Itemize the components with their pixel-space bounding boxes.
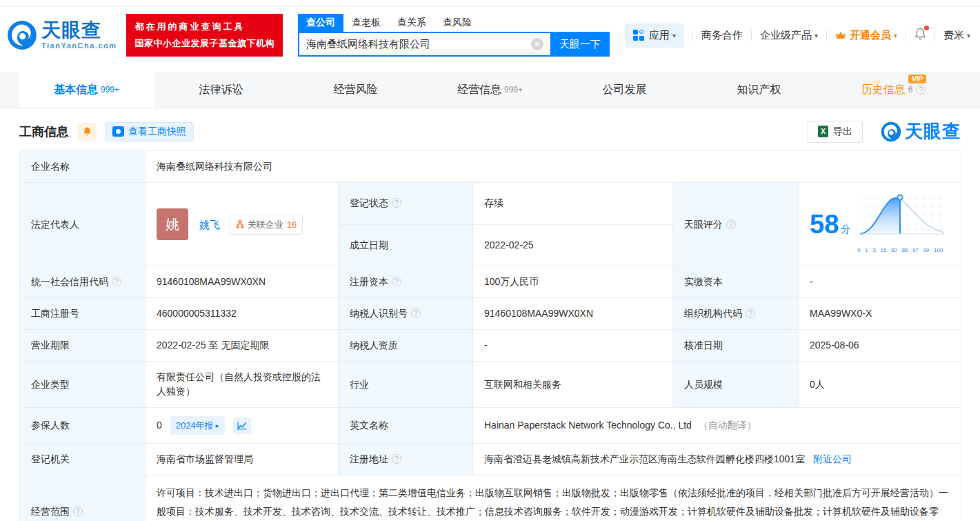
english-name-cell: Hainan Paperstack Network Technology Co.… [473, 408, 961, 444]
tianyancha-logo[interactable]: 天眼查 TianYanCha.com [7, 20, 117, 50]
help-icon[interactable] [916, 85, 926, 95]
help-icon[interactable] [392, 277, 401, 286]
legal-rep-cell: 姚 姚飞 关联企业 16 [146, 183, 339, 266]
business-scope-label: 经营范围 [20, 475, 146, 521]
taxpayer-id-value: 91460108MAA99WX0XN [473, 298, 673, 330]
help-icon[interactable] [392, 198, 401, 208]
reg-address-value: 海南省澄迈县老城镇高新技术产业示范区海南生态软件园孵化楼四楼1001室 [484, 453, 805, 464]
related-label: 关联企业 [248, 217, 283, 232]
business-scope-value: 许可项目：技术进出口；货物进出口；进出口代理；第二类增值电信业务；出版物互联网销… [146, 475, 961, 521]
notification-bell[interactable] [914, 28, 926, 43]
tab-label: 经营风险 [334, 83, 378, 97]
tab-company-development[interactable]: 公司发展 [557, 72, 692, 108]
avatar[interactable]: 姚 [157, 208, 188, 240]
credit-code-value: 91460108MAA99WX0XN [146, 266, 339, 298]
tab-legal-litigation[interactable]: 法律诉讼 [154, 72, 288, 108]
divider [826, 30, 827, 41]
monitor-bell-button[interactable] [77, 123, 97, 141]
search-tab-relation[interactable]: 查关系 [389, 14, 434, 32]
search-tab-risk[interactable]: 查风险 [434, 14, 480, 32]
slogan-line-1: 都在用的商业查询工具 [134, 19, 274, 35]
nav-vip-label: 开通会员 [850, 29, 891, 42]
staff-size-label: 人员规模 [673, 362, 799, 408]
taxpayer-quality-label: 纳税人资质 [339, 330, 473, 362]
insured-count-label: 参保人数 [20, 408, 146, 444]
tab-label: 基本信息 [54, 83, 98, 97]
reg-authority-label: 登记机关 [20, 444, 146, 475]
score-value: 58 [810, 211, 839, 237]
help-icon[interactable] [112, 277, 121, 286]
score-label: 天眼评分 [673, 183, 799, 266]
divider [934, 30, 935, 41]
tab-business-info[interactable]: 经营信息 999+ [423, 72, 557, 108]
view-snapshot-button[interactable]: 查看工商快照 [105, 122, 194, 141]
score-axis-ticks: 0 1 3 15 50 85 97 99 100 [857, 243, 943, 257]
tab-intellectual-property[interactable]: 知识产权 [692, 72, 826, 108]
establish-date-label: 成立日期 [339, 224, 473, 266]
annual-report-badge[interactable]: 2024年报 ▸ [170, 416, 225, 435]
related-count: 16 [287, 217, 297, 232]
trend-chart-button[interactable] [233, 417, 251, 434]
tab-label: 法律诉讼 [199, 83, 243, 97]
divider [751, 30, 752, 41]
tab-badge: 6 [908, 85, 913, 95]
reg-address-cell: 海南省澄迈县老城镇高新技术产业示范区海南生态软件园孵化楼四楼1001室 附近公司 [473, 444, 961, 475]
tab-operation-risk[interactable]: 经营风险 [288, 72, 423, 108]
nav-open-vip[interactable]: 开通会员 ▾ [835, 29, 897, 42]
search-tab-boss[interactable]: 查老板 [343, 14, 389, 32]
help-icon[interactable] [746, 308, 755, 318]
clear-search-icon[interactable]: ✕ [531, 38, 543, 50]
score-marker [898, 195, 903, 199]
business-term-value: 2022-02-25 至 无固定期限 [146, 330, 339, 362]
help-icon[interactable] [411, 308, 421, 318]
paid-capital-label: 实缴资本 [673, 266, 799, 298]
line-chart-icon [237, 422, 247, 430]
top-navigation: 应用 ▾ 商务合作 企业级产品 ▾ 开通会员 ▾ [625, 23, 970, 48]
bell-icon [83, 126, 92, 137]
vip-badge: VIP [908, 75, 926, 83]
export-button[interactable]: 导出 [808, 121, 863, 143]
logo-swirl-icon [881, 121, 901, 142]
tab-history-info[interactable]: VIP 历史信息 6 [826, 72, 961, 108]
camera-icon [112, 126, 124, 137]
search-row: ✕ 天眼一下 [298, 32, 610, 57]
section-header: 工商信息 查看工商快照 导出 天眼查 [19, 119, 961, 144]
nav-apps[interactable]: 应用 ▾ [625, 23, 684, 48]
tab-label: 历史信息 [861, 83, 906, 97]
chevron-right-icon: ▸ [216, 418, 219, 433]
divider [906, 30, 906, 41]
approval-date-value: 2025-08-06 [799, 330, 961, 362]
table-row: 统一社会信用代码 91460108MAA99WX0XN 注册资本 100万人民币… [20, 266, 961, 298]
bell-curve-chart [857, 191, 946, 238]
table-row: 法定代表人 姚 姚飞 关联企业 16 登记状态 存续 [20, 183, 961, 225]
reg-status-label: 登记状态 [339, 183, 473, 225]
related-companies-badge[interactable]: 关联企业 16 [230, 215, 303, 235]
help-icon[interactable] [392, 454, 401, 464]
username: 费米 [943, 29, 964, 42]
legal-rep-link[interactable]: 姚飞 [199, 219, 220, 230]
search-button[interactable]: 天眼一下 [550, 32, 610, 57]
nearby-companies-link[interactable]: 附近公司 [813, 453, 852, 464]
industry-value: 互联网和相关服务 [473, 362, 673, 408]
help-icon[interactable] [73, 507, 83, 516]
chevron-down-icon: ▾ [894, 32, 897, 39]
org-code-value: MAA99WX0-X [799, 298, 961, 330]
table-row: 企业名称 海南叠纸网络科技有限公司 [20, 151, 961, 183]
tab-label: 知识产权 [737, 83, 781, 97]
legal-rep-label: 法定代表人 [20, 183, 146, 266]
company-type-label: 企业类型 [20, 362, 146, 408]
score-unit: 分 [841, 222, 850, 237]
logo-domain: TianYanCha.com [41, 41, 117, 50]
search-input[interactable] [298, 32, 550, 57]
nav-cooperation[interactable]: 商务合作 [701, 29, 743, 42]
section-title: 工商信息 [19, 124, 69, 140]
nav-enterprise-products[interactable]: 企业级产品 ▾ [760, 29, 818, 42]
nav-user[interactable]: 费米 ▾ [943, 29, 970, 42]
reg-status-value: 存续 [473, 183, 673, 225]
search-tab-company[interactable]: 查公司 [298, 14, 343, 32]
tab-basic-info[interactable]: 基本信息 999+ [19, 72, 154, 108]
nav-cooperation-label: 商务合作 [701, 29, 743, 42]
reg-number-label: 工商注册号 [20, 298, 146, 330]
crown-icon [835, 31, 846, 40]
help-icon[interactable] [726, 219, 736, 229]
